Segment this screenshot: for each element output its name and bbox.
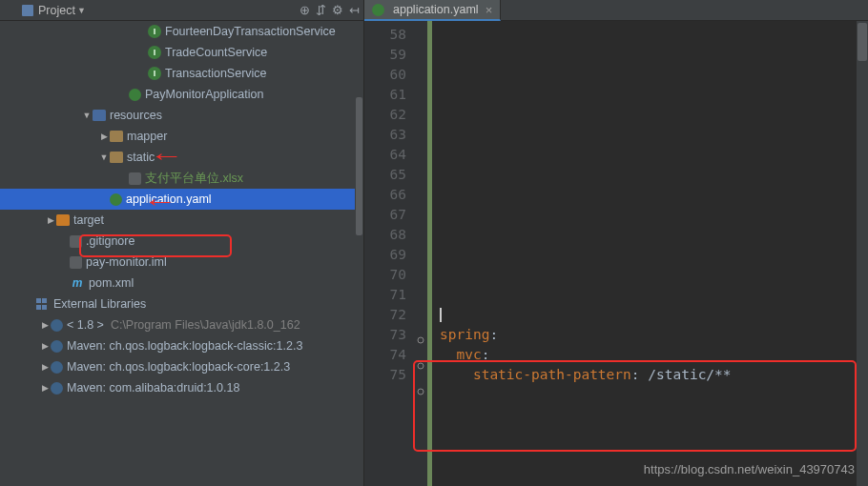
file-icon: I: [148, 46, 161, 59]
tree-label: Maven: ch.qos.logback:logback-core:1.2.3: [67, 360, 290, 374]
file-icon: [51, 361, 63, 374]
tree-label: pom.xml: [89, 276, 134, 290]
expand-arrow[interactable]: ▼: [81, 111, 93, 120]
tree-label: 支付平台单位.xlsx: [145, 171, 243, 187]
tree-item[interactable]: pay-monitor.iml: [0, 252, 363, 273]
project-title: Project: [38, 4, 75, 17]
tree-label: mapper: [127, 130, 167, 143]
file-icon: [51, 382, 63, 395]
tree-item[interactable]: PayMonitorApplication: [0, 84, 363, 105]
tree-item[interactable]: ▶Maven: ch.qos.logback:logback-classic:1…: [0, 335, 363, 356]
expand-arrow[interactable]: ▶: [39, 320, 51, 330]
expand-arrow[interactable]: ▶: [39, 362, 51, 372]
line-gutter[interactable]: 585960616263646566676869707172737475: [364, 21, 414, 486]
expand-arrow[interactable]: ▶: [39, 341, 51, 351]
tree-label: FourteenDayTransactionService: [165, 25, 336, 38]
locate-icon[interactable]: ⊕: [300, 3, 310, 17]
tree-label: Maven: com.alibaba:druid:1.0.18: [67, 381, 239, 395]
file-icon: [70, 235, 82, 248]
editor-tab-bar: application.yaml ×: [364, 0, 868, 21]
editor-scrollbar[interactable]: [857, 21, 868, 486]
tree-item[interactable]: ▼resources: [0, 105, 363, 126]
tree-label: .gitignore: [86, 234, 134, 248]
expand-arrow[interactable]: ▶: [45, 215, 56, 225]
tree-item[interactable]: IFourteenDayTransactionService: [0, 21, 363, 42]
code-content[interactable]: spring: mvc: static-path-pattern: /stati…: [432, 21, 857, 486]
watermark: https://blog.csdn.net/weixin_43970743: [644, 462, 855, 476]
project-icon: [21, 3, 34, 18]
file-icon: [110, 152, 123, 163]
spring-icon: [372, 4, 384, 16]
tree-item[interactable]: .gitignore: [0, 231, 363, 252]
file-icon: m: [70, 275, 85, 291]
tree-item[interactable]: ITransactionService: [0, 63, 363, 84]
expand-arrow[interactable]: ▼: [98, 152, 110, 162]
sidebar-scrollbar[interactable]: [355, 21, 363, 486]
tree-item[interactable]: External Libraries: [0, 294, 363, 314]
tree-item[interactable]: ITradeCountService: [0, 42, 363, 63]
file-icon: [51, 319, 63, 332]
project-toolbar: ⊕ ⇵ ⚙ ↤: [300, 3, 360, 17]
file-icon: [51, 340, 63, 353]
file-icon: [110, 131, 123, 142]
tree-item[interactable]: 支付平台单位.xlsx: [0, 168, 363, 189]
tree-label: External Libraries: [53, 297, 146, 311]
tree-item[interactable]: ▶< 1.8 > C:\Program Files\Java\jdk1.8.0_…: [0, 314, 363, 335]
tree-item[interactable]: ▶Maven: ch.qos.logback:logback-core:1.2.…: [0, 356, 363, 377]
tree-item[interactable]: ▼static: [0, 147, 363, 168]
file-icon: I: [148, 67, 161, 80]
tab-filename: application.yaml: [393, 3, 479, 16]
file-icon: [93, 110, 106, 121]
svg-point-2: [418, 363, 424, 369]
file-icon: [129, 172, 141, 185]
tree-label: PayMonitorApplication: [145, 88, 263, 101]
tree-item[interactable]: ▶target: [0, 210, 363, 231]
file-icon: [110, 193, 122, 206]
svg-point-1: [418, 337, 424, 343]
tab-application-yaml[interactable]: application.yaml ×: [364, 0, 501, 21]
project-tool-header: Project ▼ ⊕ ⇵ ⚙ ↤: [0, 0, 363, 21]
chevron-down-icon[interactable]: ▼: [77, 6, 86, 15]
tree-item[interactable]: mpom.xml: [0, 273, 363, 294]
close-icon[interactable]: ×: [486, 3, 493, 17]
tree-label: Maven: ch.qos.logback:logback-classic:1.…: [67, 339, 302, 353]
tree-label: TransactionService: [165, 67, 267, 80]
file-icon: [129, 89, 141, 101]
svg-rect-0: [22, 5, 33, 16]
tree-label: application.yaml: [126, 192, 212, 206]
library-icon: [34, 296, 50, 312]
tree-item[interactable]: ▶Maven: com.alibaba:druid:1.0.18: [0, 377, 363, 398]
file-icon: [70, 256, 82, 269]
tree-item[interactable]: application.yaml: [0, 189, 363, 210]
tree-item[interactable]: ▶mapper: [0, 126, 363, 147]
sort-icon[interactable]: ⇵: [316, 3, 326, 17]
tree-label: target: [73, 213, 104, 227]
tree-label: static: [127, 151, 155, 164]
tree-label: TradeCountService: [165, 46, 267, 59]
expand-arrow[interactable]: ▶: [98, 132, 110, 141]
hide-icon[interactable]: ↤: [349, 3, 360, 17]
gear-icon[interactable]: ⚙: [332, 3, 343, 17]
project-tree[interactable]: IFourteenDayTransactionServiceITradeCoun…: [0, 21, 363, 486]
svg-point-3: [418, 389, 424, 395]
file-icon: I: [148, 25, 161, 38]
tree-extra: C:\Program Files\Java\jdk1.8.0_162: [104, 318, 300, 332]
tree-label: resources: [110, 109, 162, 122]
file-icon: [56, 214, 70, 226]
tree-label: pay-monitor.iml: [86, 255, 167, 269]
tree-label: < 1.8 >: [67, 318, 104, 332]
expand-arrow[interactable]: ▶: [39, 383, 51, 393]
gutter-marks: [414, 21, 427, 486]
